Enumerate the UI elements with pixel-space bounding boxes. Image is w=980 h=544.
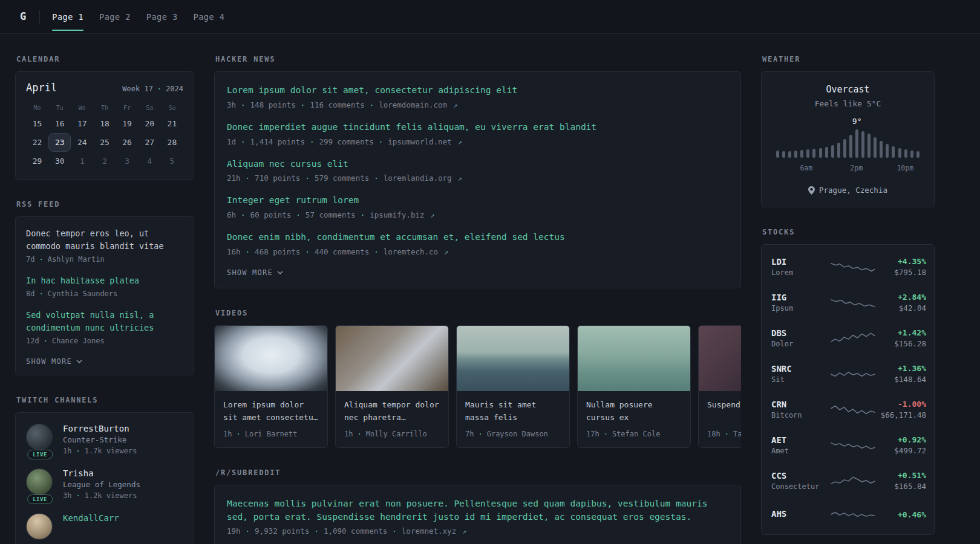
- rss-item-author: Cynthia Saunders: [48, 290, 118, 298]
- calendar-day: 19: [116, 114, 139, 133]
- story-domain[interactable]: loremdomain.com: [379, 100, 447, 109]
- channel-meta: 1h · 1.7k viewers: [63, 447, 137, 455]
- weather-hour-bar: [806, 149, 809, 158]
- stock-row[interactable]: LDI Lorem +4.35% $795.18: [771, 249, 924, 285]
- story-meta: 1d · 1,414 points · 299 comments · ipsum…: [227, 137, 728, 146]
- channel-info: ForrestBurton Counter-Strike 1h · 1.7k v…: [63, 424, 137, 455]
- video-title[interactable]: Suspendisse diam: [699, 391, 741, 425]
- videos-section-title: VIDEOS: [215, 309, 741, 317]
- stock-values: +1.42% $156.28: [877, 328, 926, 348]
- weather-hour-bar: [800, 150, 803, 158]
- stock-row[interactable]: IIG Ipsum +2.84% $42.04: [771, 285, 924, 320]
- rss-list: Donec tempor eros leo, ut commodo mauris…: [26, 227, 183, 345]
- twitch-widget: TWITCH CHANNELS LIVE ForrestBurton Count…: [15, 396, 194, 544]
- rss-item-meta: 8d · Cynthia Saunders: [26, 290, 183, 298]
- story-title[interactable]: Donec enim nibh, condimentum et accumsan…: [227, 231, 728, 244]
- rss-item-title[interactable]: Sed volutpat nulla nisl, a condimentum n…: [26, 309, 183, 334]
- channel-name[interactable]: KendallCarr: [63, 513, 119, 523]
- page-tab[interactable]: Page 1: [52, 0, 83, 34]
- video-channel: Molly Carrillo: [366, 430, 427, 438]
- page-tab[interactable]: Page 3: [146, 0, 178, 34]
- story-domain[interactable]: loremlandia.org: [384, 173, 452, 183]
- calendar-day: 22: [26, 133, 48, 152]
- story-title[interactable]: Lorem ipsum dolor sit amet, consectetur …: [227, 84, 728, 97]
- stock-price: $42.04: [877, 303, 926, 312]
- separator-dot: ·: [236, 430, 240, 438]
- channel-game: Counter-Strike: [63, 435, 137, 444]
- calendar-day: 5: [161, 152, 183, 170]
- post-domain[interactable]: loremnet.xyz: [402, 526, 456, 536]
- story-domain[interactable]: ipsumify.biz: [370, 210, 424, 219]
- post-points: 9,932 points: [255, 526, 309, 536]
- story-title[interactable]: Integer eget rutrum lorem: [227, 194, 728, 207]
- subreddit-card: Maecenas mollis pulvinar erat non posuer…: [214, 485, 741, 544]
- stock-name: Consectetur: [771, 482, 829, 491]
- stock-id: AET Amet: [771, 435, 829, 455]
- story-title[interactable]: Donec imperdiet augue tincidunt felis al…: [227, 121, 728, 134]
- video-thumbnail[interactable]: [457, 326, 569, 391]
- hackernews-widget: HACKER NEWS Lorem ipsum dolor sit amet, …: [214, 55, 741, 288]
- channel-name[interactable]: Trisha: [63, 468, 140, 478]
- rss-item-title[interactable]: Donec tempor eros leo, ut commodo mauris…: [26, 227, 183, 253]
- story-item: Donec enim nibh, condimentum et accumsan…: [227, 231, 728, 256]
- external-link-icon: ↗: [444, 248, 448, 256]
- channel-avatar[interactable]: [26, 468, 53, 495]
- hackernews-show-more-button[interactable]: SHOW MORE: [227, 268, 283, 277]
- stock-row[interactable]: CCS Consectetur +0.51% $165.84: [771, 463, 924, 499]
- channel-avatar[interactable]: [26, 513, 53, 540]
- stock-sparkline: [829, 259, 877, 275]
- separator-dot: ·: [241, 100, 246, 109]
- calendar-day: 17: [71, 114, 93, 133]
- video-thumbnail[interactable]: [215, 326, 327, 391]
- channel-avatar[interactable]: [26, 424, 53, 450]
- video-age: 17h: [586, 430, 599, 438]
- separator-dot: ·: [604, 430, 608, 438]
- page-tab[interactable]: Page 2: [99, 0, 131, 34]
- stock-name: Dolor: [771, 340, 829, 348]
- story-domain[interactable]: loremtech.co: [384, 247, 438, 256]
- stock-sparkline: [829, 366, 877, 382]
- video-title[interactable]: Nullam posuere cursus ex: [578, 391, 690, 425]
- top-bar: G Page 1 Page 2 Page 3 Page 4: [0, 0, 980, 34]
- hackernews-card: Lorem ipsum dolor sit amet, consectetur …: [214, 71, 741, 288]
- stock-row[interactable]: DBS Dolor +1.42% $156.28: [771, 320, 924, 356]
- calendar-card: April Week 17 · 2024 MoTuWeThFrSaSu 1516…: [15, 71, 194, 180]
- stock-row[interactable]: CRN Bitcorn -1.00% $66,171.48: [771, 392, 924, 427]
- video-title[interactable]: Mauris sit amet massa felis: [457, 391, 569, 425]
- external-link-icon: ↗: [462, 527, 466, 536]
- story-title[interactable]: Aliquam nec cursus elit: [227, 158, 728, 171]
- stock-row[interactable]: AET Amet +0.92% $499.72: [771, 427, 924, 463]
- rss-section-title: RSS FEED: [16, 200, 194, 209]
- stock-sparkline: [829, 402, 877, 418]
- stock-change: +0.51%: [877, 471, 926, 480]
- channel-name[interactable]: ForrestBurton: [63, 424, 137, 433]
- calendar-day: 16: [48, 114, 71, 133]
- video-thumbnail[interactable]: [699, 326, 741, 391]
- page-tab[interactable]: Page 4: [194, 0, 225, 34]
- calendar-day: 1: [71, 152, 93, 170]
- stock-symbol: AHS: [771, 509, 829, 519]
- story-domain[interactable]: ipsumworld.net: [388, 137, 451, 146]
- stock-sparkline: [829, 507, 877, 522]
- calendar-day: 20: [139, 114, 161, 133]
- story-comments: 57 comments: [305, 210, 356, 219]
- rss-show-more-button[interactable]: SHOW MORE: [26, 357, 82, 366]
- separator-dot: ·: [374, 173, 379, 183]
- video-title[interactable]: Lorem ipsum dolor sit amet consectetu…: [215, 391, 327, 425]
- stock-row[interactable]: AHS +0.46%: [771, 499, 924, 530]
- twitch-channel: LIVE ForrestBurton Counter-Strike 1h · 1…: [26, 424, 183, 455]
- separator-dot: ·: [296, 210, 301, 219]
- video-title[interactable]: Aliquam tempor dolor nec pharetra…: [336, 391, 448, 425]
- post-title[interactable]: Maecenas mollis pulvinar erat non posuer…: [227, 497, 728, 524]
- stock-change: +4.35%: [877, 257, 926, 266]
- chevron-down-icon: [277, 271, 283, 274]
- story-age: 1d: [227, 137, 236, 146]
- video-thumbnail[interactable]: [578, 326, 690, 391]
- app-logo[interactable]: G: [20, 11, 26, 22]
- rss-item-title[interactable]: In hac habitasse platea: [26, 274, 183, 287]
- video-card: Lorem ipsum dolor sit amet consectetu… 1…: [214, 325, 328, 448]
- stock-row[interactable]: SNRC Sit +1.36% $148.64: [771, 356, 924, 392]
- video-thumbnail[interactable]: [336, 326, 448, 391]
- separator-dot: ·: [39, 290, 43, 298]
- weather-hour-bar: [837, 143, 840, 158]
